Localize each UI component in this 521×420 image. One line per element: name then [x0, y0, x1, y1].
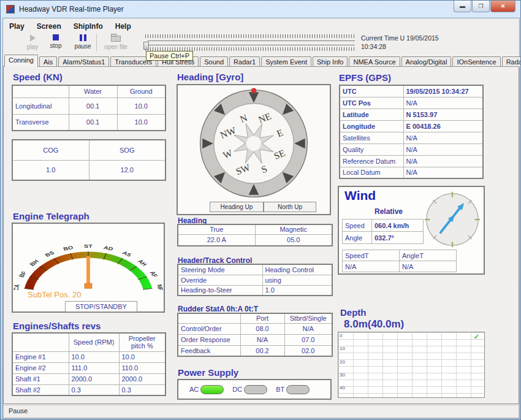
svg-text:AH: AH [137, 259, 148, 267]
heading-marker [251, 88, 256, 93]
timeline-slider-top[interactable] [148, 40, 355, 41]
tab-sound[interactable]: Sound [200, 56, 228, 67]
menu-play[interactable]: Play [3, 21, 31, 32]
north-up-button[interactable]: North Up [264, 202, 316, 212]
svg-text:BO: BO [63, 245, 74, 252]
tab-ais[interactable]: Ais [39, 56, 57, 67]
heading-up-button[interactable]: Heading Up [210, 202, 264, 212]
ac-indicator [200, 385, 224, 394]
tab-system-event[interactable]: System Event [261, 56, 311, 67]
engines-shafts-title: Engines/Shafts revs [13, 321, 101, 331]
telegraph-arc: CA BF BH BS BO ST AD AS AH AF NF [13, 224, 164, 290]
menu-shipinfo[interactable]: ShipInfo [67, 21, 109, 32]
pause-tooltip: Pause Ctrl+P [146, 51, 193, 61]
wind-speed-angle-table: Speed060.4 km/h Angle032.7° [342, 219, 424, 244]
svg-text:BH: BH [28, 259, 40, 267]
folder-icon [111, 36, 121, 42]
maximize-button[interactable]: ❐ [472, 1, 490, 12]
svg-text:CA: CA [13, 284, 21, 290]
table-row: LongitudeE 00418.26 [340, 120, 483, 132]
speed-title: Speed (KN) [13, 72, 63, 82]
heading-table: True Magnetic 22.0 A 05.0 [177, 224, 333, 246]
table-row: N/AN/A [343, 261, 457, 272]
svg-text:NF: NF [156, 284, 164, 290]
minimize-button[interactable]: ▬ [454, 1, 471, 12]
wind-direction-gauge [423, 190, 482, 249]
depth-value: 8.0m(40.0m) [344, 318, 404, 330]
compass-panel: N NE E SE S SW W NW Heading Up North Up [177, 84, 331, 215]
menu-help[interactable]: Help [109, 21, 137, 32]
tab-ship-info[interactable]: Ship Info [313, 56, 348, 67]
depth-title: Depth [340, 307, 367, 318]
table-row: Engine #110.010.0 [12, 351, 165, 362]
table-row: Steering ModeHeading Control [178, 264, 332, 275]
svg-text:AF: AF [148, 270, 159, 278]
subtel-position: SubTel Pos. 20 [28, 290, 81, 299]
engine-telegraph-gauge: CA BF BH BS BO ST AD AS AH AF NF SubTel … [12, 223, 165, 313]
compass-rose: N NE E SE S SW W NW [197, 87, 310, 200]
wind-relative-label: Relative [375, 207, 403, 216]
tab-alarm-status[interactable]: Alarm/Status1 [58, 56, 109, 67]
table-row: SatellitesN/A [340, 132, 483, 143]
table-row: Overrideusing [178, 275, 332, 285]
tab-conning[interactable]: Conning [4, 55, 38, 67]
cog-sog-table: COG SOG 1.0 12.0 [12, 139, 166, 181]
depth-chart: 0 10 20 30 40 ✓ [338, 332, 485, 398]
tab-nmea-source[interactable]: NMEA Source [349, 56, 400, 67]
slider-handle[interactable] [143, 42, 149, 50]
depth-trace-mark: ✓ [474, 333, 479, 341]
table-row: Local DatumN/A [340, 167, 483, 178]
app-icon [6, 5, 15, 13]
table-row: 22.0 A 05.0 [178, 234, 332, 246]
timeline-slider-bottom[interactable] [148, 45, 355, 45]
open-file-button[interactable]: open file [100, 33, 132, 52]
stop-button[interactable]: stop [42, 33, 69, 52]
wind-title: Wind [344, 188, 376, 203]
menu-screen[interactable]: Screen [31, 21, 67, 32]
table-row: UTC19/05/2015 10:34:27 [340, 85, 483, 97]
title-bar: Headway VDR Real-time Player ▬ ❐ ✕ [1, 1, 520, 18]
rudder-title: Rudder StatA 0h:A 0t:T [178, 305, 258, 313]
table-row: Shaft #12000.02000.0 [12, 373, 165, 384]
table-row: Angle032.7° [343, 232, 424, 244]
table-row: Control/Order08.0N/A [178, 323, 332, 334]
table-row: Engine #2111.0110.0 [12, 362, 165, 373]
speed-table: Water Ground Longitudinal 00.1 10.0 Tran… [12, 85, 166, 131]
table-row: Speed060.4 km/h [343, 220, 424, 232]
rudder-table: Port Stbrd/Single Control/Order08.0N/A O… [177, 313, 333, 357]
telegraph-order-button[interactable]: STOP/STANDBY [65, 301, 137, 312]
svg-text:AD: AD [103, 245, 115, 252]
menu-bar: Play Screen ShipInfo Help [3, 20, 519, 32]
status-bar: Pause [3, 405, 519, 418]
table-row: Shaft #20.30.3 [12, 384, 165, 395]
engines-shafts-table: Speed (RPM) Propeller pitch % Engine #11… [12, 332, 166, 396]
pause-icon [69, 34, 96, 41]
svg-text:BS: BS [44, 250, 56, 258]
table-row: Transverse 00.1 10.0 [12, 114, 165, 131]
track-control-table: Steering ModeHeading Control Overrideusi… [177, 264, 333, 296]
svg-text:BF: BF [18, 270, 28, 278]
table-row: Order ResponseN/A07.0 [178, 334, 332, 345]
power-supply-panel: AC DC BT [177, 379, 332, 400]
app-window: Headway VDR Real-time Player ▬ ❐ ✕ Play … [0, 0, 521, 420]
bt-indicator [286, 385, 310, 394]
svg-text:AS: AS [121, 250, 132, 258]
stop-icon [53, 34, 59, 40]
table-row: Feedback00.202.0 [178, 345, 332, 356]
pause-button[interactable]: pause [69, 33, 96, 52]
tab-radar1[interactable]: Radar1 [229, 56, 260, 67]
svg-text:ST: ST [84, 244, 93, 249]
close-button[interactable]: ✕ [490, 1, 515, 12]
table-row: Heading-to-Steer1.0 [178, 285, 332, 296]
wind-true-table: SpeedTAngleT N/AN/A [342, 250, 457, 272]
tab-ionsentence[interactable]: IOnSentence [452, 56, 500, 67]
epfs-title: EPFS (GPS) [339, 72, 391, 83]
table-row: SpeedTAngleT [343, 250, 457, 261]
telegraph-needle-base [85, 283, 92, 288]
tab-radar2[interactable]: Radar2 [502, 56, 521, 67]
table-row: UTC PosN/A [340, 97, 483, 109]
tab-analog-digital[interactable]: Analog/Digital [401, 56, 452, 67]
play-icon [30, 34, 36, 42]
table-row: LatitudeN 5153.97 [340, 109, 483, 120]
window-title: Headway VDR Real-time Player [19, 5, 124, 13]
